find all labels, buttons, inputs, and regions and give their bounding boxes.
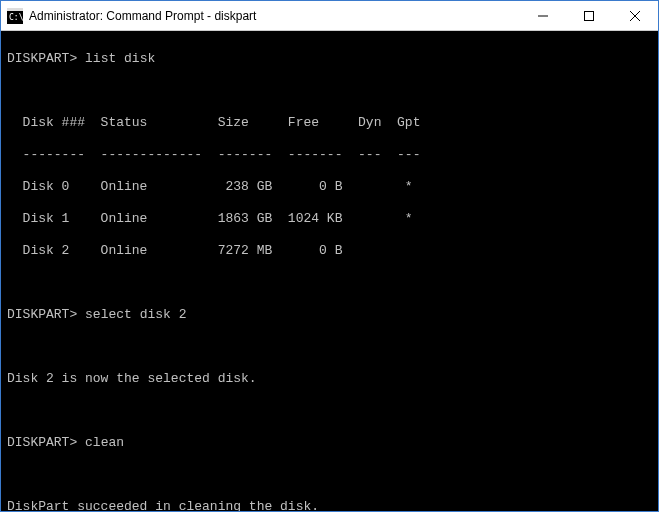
titlebar[interactable]: C:\ Administrator: Command Prompt - disk…	[1, 1, 658, 31]
blank-line	[7, 275, 652, 291]
cmd-icon: C:\	[7, 8, 23, 24]
table-row: Disk 0 Online 238 GB 0 B *	[7, 179, 652, 195]
table-header: Disk ### Status Size Free Dyn Gpt	[7, 115, 652, 131]
table-divider: -------- ------------- ------- ------- -…	[7, 147, 652, 163]
prompt-line: DISKPART> clean	[7, 435, 652, 451]
output-message: Disk 2 is now the selected disk.	[7, 371, 652, 387]
blank-line	[7, 467, 652, 483]
table-row: Disk 2 Online 7272 MB 0 B	[7, 243, 652, 259]
svg-rect-1	[7, 8, 23, 11]
window-controls	[520, 1, 658, 30]
maximize-button[interactable]	[566, 1, 612, 30]
svg-rect-4	[585, 11, 594, 20]
svg-text:C:\: C:\	[9, 13, 23, 22]
command-text: list disk	[85, 51, 155, 66]
terminal-output[interactable]: DISKPART> list disk Disk ### Status Size…	[1, 31, 658, 511]
command-text: clean	[85, 435, 124, 450]
table-row: Disk 1 Online 1863 GB 1024 KB *	[7, 211, 652, 227]
diskpart-prompt: DISKPART>	[7, 51, 77, 66]
diskpart-prompt: DISKPART>	[7, 307, 77, 322]
diskpart-prompt: DISKPART>	[7, 435, 77, 450]
prompt-line: DISKPART> select disk 2	[7, 307, 652, 323]
blank-line	[7, 403, 652, 419]
close-button[interactable]	[612, 1, 658, 30]
window-title: Administrator: Command Prompt - diskpart	[29, 9, 520, 23]
minimize-button[interactable]	[520, 1, 566, 30]
prompt-line: DISKPART> list disk	[7, 51, 652, 67]
output-message: DiskPart succeeded in cleaning the disk.	[7, 499, 652, 511]
command-text: select disk 2	[85, 307, 186, 322]
blank-line	[7, 83, 652, 99]
blank-line	[7, 339, 652, 355]
